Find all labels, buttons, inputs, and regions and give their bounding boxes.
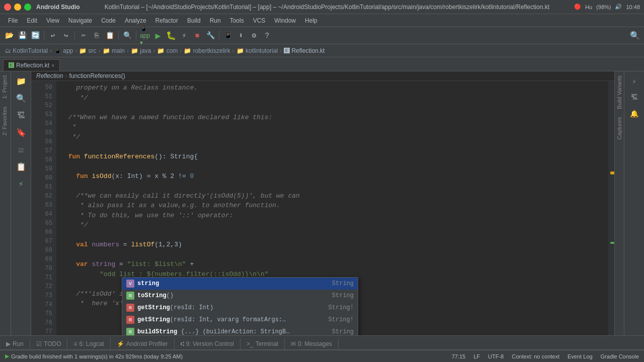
profile-button[interactable]: ⚡ [178,30,190,42]
run-tab-icon: ▶ [6,340,11,347]
bc-kotlin-tutorial[interactable]: 🗂 KotlinTutorial [5,47,48,54]
sidebar-icon-project[interactable]: 📁 [13,73,29,89]
ac-icon-var: v [126,280,134,288]
bc-src[interactable]: 📁 src [79,47,96,54]
menu-code[interactable]: Code [97,16,120,25]
code-line-51: */ [60,93,608,103]
bottom-tab-terminal[interactable]: >_Terminal [240,338,285,349]
toolbar-sync-btn[interactable]: 🔄 [29,30,41,42]
ac-icon-fn-red1: m [126,304,134,312]
rp-icon-structure[interactable]: 🏗 [626,89,642,106]
menu-window[interactable]: Window [270,16,300,25]
code-breadcrumb: Reflection › functionReferences() [31,71,614,81]
code-breadcrumb-func[interactable]: functionReferences() [69,72,125,79]
line-ending[interactable]: LF [473,353,480,359]
sidebar-icon-todo[interactable]: ☑ [13,142,29,158]
ac-item-getstring1-name: getString(resId: Int) [137,303,326,312]
settings-button[interactable]: ⚙ [248,30,260,42]
rp-icon-gradle[interactable]: ⚡ [626,73,642,89]
menu-vcs[interactable]: VCS [249,16,270,25]
toolbar-copy-btn[interactable]: ⎘ [91,30,103,42]
code-line-58 [60,161,608,171]
bc-app[interactable]: 📱 app [54,47,73,54]
code-breadcrumb-class[interactable]: Reflection [36,72,63,79]
code-line-62: * also pass it as a value,e.g. to anothe… [60,201,608,211]
tool-favorites[interactable]: 2: Favorites [0,103,11,139]
toolbar-redo-btn[interactable]: ↪ [60,30,72,42]
run-config-dropdown[interactable]: 📱 app ▾ [139,30,151,42]
menu-tools[interactable]: Tools [226,16,248,25]
ac-item-getstring1[interactable]: m getString(resId: Int) String! [122,302,358,314]
file-tab-reflection[interactable]: 🅺 Reflection.kt × [3,59,60,71]
run-button[interactable]: ▶ [152,30,164,42]
ac-item-tostring-name: toString() [137,291,329,300]
ac-item-buildstring1[interactable]: m buildString {...} (builderAction: Stri… [122,326,358,335]
sidebar-icon-structure[interactable]: 🏗 [13,108,29,124]
bc-java[interactable]: 📁 java [131,47,151,54]
toolbar-open-btn[interactable]: 📂 [3,30,15,42]
sdk-manager-button[interactable]: ⬇ [235,30,247,42]
bottom-tab-todo[interactable]: ☑TODO [30,338,67,349]
title-right: 🔴 Hu (98%) 🔊 10:48 [574,4,640,10]
cursor-position[interactable]: 77:15 [452,353,466,359]
code-editor[interactable]: 50 51 52 53 54 55 56 57 58 59 60 61 62 6… [31,81,614,335]
sync-gradle-button[interactable]: 🔧 [204,30,216,42]
close-button[interactable] [4,4,11,11]
maximize-button[interactable] [24,4,31,11]
sidebar-icon-event[interactable]: 📋 [13,159,29,175]
bottom-tab-vcs[interactable]: ⑆9: Version Control [175,338,240,349]
menu-bar: File Edit View Navigate Code Analyze Ref… [0,14,644,27]
tool-captures[interactable]: Captures [615,113,624,144]
bottom-tab-run[interactable]: ▶Run [0,338,30,349]
menu-analyze[interactable]: Analyze [121,16,150,25]
code-content[interactable]: property on a Reclass instance. */ /**Wh… [56,81,608,335]
title-bar: Android Studio KotlinTutorial – [~/Andro… [0,0,644,14]
encoding[interactable]: UTF-8 [488,353,504,359]
menu-build[interactable]: Build [183,16,205,25]
menu-run[interactable]: Run [206,16,225,25]
menu-edit[interactable]: Edit [23,16,41,25]
sidebar-icon-gradle[interactable]: ⚡ [13,176,29,192]
ac-item-getstring2[interactable]: m getString(resId: Int, vararg formatArg… [122,314,358,326]
avd-manager-button[interactable]: 📱 [222,30,234,42]
bottom-tab-logcat[interactable]: ≡6: Logcat [67,338,110,349]
toolbar-search-btn[interactable]: 🔍 [121,30,133,42]
toolbar-save-btn[interactable]: 💾 [16,30,28,42]
window-title: KotlinTutorial – [~/AndroidStudioProject… [80,4,574,11]
menu-navigate[interactable]: Navigate [64,16,96,25]
bc-main[interactable]: 📁 main [103,47,125,54]
rp-icon-notifications[interactable]: 🔔 [626,106,642,122]
ac-item-string-type: String [332,279,354,288]
stop-button[interactable]: ■ [191,30,203,42]
right-scrollbar[interactable] [608,81,614,335]
ac-item-string-name: string [137,279,329,288]
ac-item-tostring[interactable]: m toString() String [122,290,358,302]
toolbar-undo-btn[interactable]: ↩ [47,30,59,42]
toolbar-paste-btn[interactable]: 📋 [104,30,116,42]
ac-item-string[interactable]: v string String [122,278,358,290]
debug-button[interactable]: 🐛 [165,30,177,42]
help-button[interactable]: ? [261,30,273,42]
bc-reflection-kt[interactable]: 🅺 Reflection.kt [284,47,325,54]
menu-refactor[interactable]: Refactor [151,16,182,25]
bottom-tab-messages[interactable]: ✉0: Messages [285,338,339,349]
sidebar-icon-find[interactable]: 🔍 [13,90,29,107]
event-log-btn[interactable]: Event Log [568,353,593,359]
tool-build-variants[interactable]: Build Variants [615,71,624,113]
menu-file[interactable]: File [4,16,22,25]
bc-kotlintutorial[interactable]: 📁 kotlintutorial [236,47,278,54]
autocomplete-popup: v string String m toString() String m ge… [122,277,358,335]
toolbar-global-search[interactable]: 🔍 [629,30,641,42]
menu-help[interactable]: Help [301,16,321,25]
terminal-tab-icon: >_ [247,340,254,347]
toolbar-cut-btn[interactable]: ✂ [77,30,90,42]
bc-com[interactable]: 📁 com [157,47,178,54]
bc-robertkiszelirk[interactable]: 📁 robertkiszelirk [184,47,230,54]
menu-view[interactable]: View [42,16,63,25]
bottom-tab-profiler[interactable]: ⚡Android Profiler [111,338,175,349]
minimize-button[interactable] [14,4,21,11]
gradle-console-btn[interactable]: Gradle Console [601,353,639,359]
sidebar-icon-bookmark[interactable]: 🔖 [13,125,29,141]
file-tab-close[interactable]: × [51,62,54,68]
tool-project[interactable]: 1: Project [0,71,11,103]
